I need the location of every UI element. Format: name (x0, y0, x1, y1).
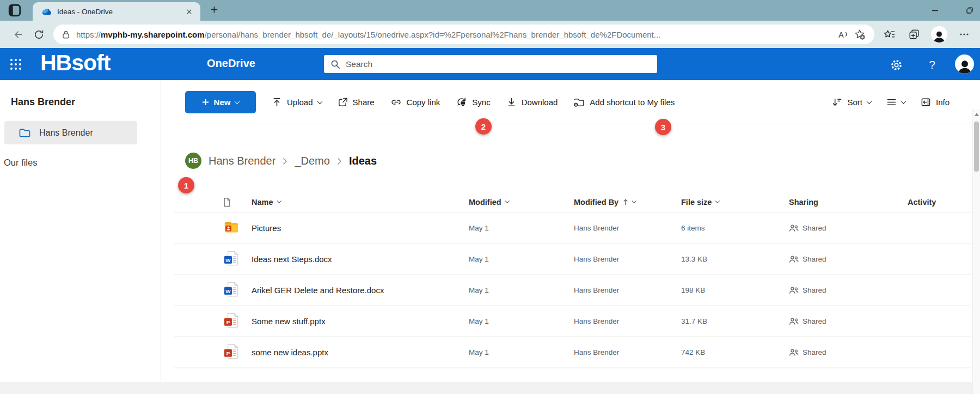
file-size: 6 items (681, 224, 789, 232)
new-button[interactable]: New (185, 91, 256, 113)
file-name[interactable]: Some new stuff.pptx (252, 317, 469, 326)
file-modified-by: Hans Brender (574, 255, 681, 263)
file-size: 13.3 KB (681, 255, 789, 263)
table-row[interactable]: Pictures May 1 Hans Brender 6 items Shar… (174, 213, 971, 244)
page-bottom-strip (0, 382, 972, 394)
upload-icon (272, 97, 282, 107)
scrollbar-thumb[interactable] (974, 122, 979, 172)
favorites-icon[interactable] (881, 26, 897, 43)
file-modified: May 1 (469, 224, 574, 232)
column-sharing[interactable]: Sharing (789, 198, 908, 207)
back-icon[interactable] (8, 24, 28, 45)
download-button[interactable]: Download (506, 97, 558, 107)
people-icon (789, 224, 799, 232)
annotation-badge-3: 3 (655, 119, 671, 135)
sort-icon (832, 97, 842, 107)
file-size: 198 KB (681, 286, 789, 294)
document-icon (223, 197, 231, 207)
file-size: 742 KB (681, 348, 789, 356)
people-icon (789, 348, 799, 356)
svg-text:P: P (226, 350, 230, 356)
sync-button[interactable]: Sync (456, 96, 490, 107)
file-name[interactable]: Arikel GER Delete and Restore.docx (252, 286, 469, 295)
info-button[interactable]: Info (921, 97, 950, 107)
add-shortcut-button[interactable]: Add shortcut to My files (573, 97, 675, 107)
column-file-size[interactable]: File size (681, 198, 789, 207)
minimize-icon[interactable] (928, 3, 942, 17)
file-name[interactable]: some new ideas.pptx (252, 348, 469, 357)
file-sharing[interactable]: Shared (789, 317, 908, 325)
tab-layout-icon[interactable] (7, 2, 23, 19)
powerpoint-file-icon: P (223, 343, 240, 362)
table-row[interactable]: P some new ideas.pptx May 1 Hans Brender… (174, 337, 971, 368)
chevron-down-icon (867, 99, 872, 104)
column-type[interactable] (223, 197, 252, 207)
sidebar-item-our-files[interactable]: Our files (4, 157, 161, 168)
chevron-down-icon (632, 198, 636, 203)
breadcrumb-avatar[interactable]: HB (185, 153, 201, 169)
browser-action-icons (881, 26, 972, 43)
view-options-button[interactable] (886, 98, 905, 107)
breadcrumb: HB Hans Brender _Demo Ideas (185, 152, 980, 169)
search-input[interactable] (346, 59, 651, 69)
help-icon[interactable]: ? (924, 57, 940, 72)
word-file-icon: W (223, 281, 240, 298)
column-name[interactable]: Name (252, 198, 469, 207)
info-pane-icon (921, 97, 931, 107)
file-sharing[interactable]: Shared (789, 286, 908, 294)
file-size: 31.7 KB (681, 317, 789, 325)
file-sharing[interactable]: Shared (789, 255, 908, 263)
browser-tab[interactable]: Ideas - OneDrive (33, 2, 200, 21)
annotation-badge-1: 1 (178, 177, 194, 193)
column-activity[interactable]: Activity (908, 198, 971, 207)
powerpoint-file-icon: P (223, 312, 240, 329)
sidebar-item-hans-brender[interactable]: Hans Brender (4, 121, 137, 144)
list-view-icon (886, 98, 897, 107)
annotation-badge-2: 2 (475, 118, 492, 135)
upload-button[interactable]: Upload (272, 97, 322, 107)
settings-gear-icon[interactable] (889, 57, 904, 72)
column-modified-by[interactable]: Modified By (574, 198, 681, 207)
sort-button[interactable]: Sort (832, 97, 871, 107)
file-sharing[interactable]: Shared (789, 348, 908, 356)
share-button[interactable]: Share (338, 97, 375, 107)
breadcrumb-item-demo[interactable]: _Demo (295, 155, 329, 167)
refresh-icon[interactable] (28, 24, 49, 45)
file-name[interactable]: Pictures (252, 223, 469, 233)
collections-icon[interactable] (906, 26, 922, 43)
chevron-right-icon (283, 157, 287, 165)
sidebar-owner-name: Hans Brender (11, 96, 161, 108)
plus-icon (202, 99, 209, 106)
search-box[interactable] (324, 55, 657, 73)
tenant-logo[interactable]: HBsoft (40, 50, 110, 76)
column-modified[interactable]: Modified (469, 198, 574, 207)
copy-link-button[interactable]: Copy link (390, 97, 440, 107)
window-controls (928, 0, 977, 21)
url-field[interactable]: https://mvphb-my.sharepoint.com/personal… (53, 25, 874, 44)
chevron-down-icon (901, 99, 906, 104)
file-modified: May 1 (469, 286, 574, 294)
table-header-row: Name Modified Modified By File size Shar… (174, 191, 971, 213)
table-row[interactable]: P Some new stuff.pptx May 1 Hans Brender… (174, 306, 971, 337)
tab-title: Ideas - OneDrive (57, 8, 183, 16)
breadcrumb-item-current: Ideas (349, 155, 377, 167)
folder-outline-icon (19, 128, 31, 138)
table-row[interactable]: W Ideas next Steps.docx May 1 Hans Brend… (174, 244, 971, 275)
read-aloud-icon[interactable]: A (835, 26, 852, 43)
browser-profile-avatar[interactable] (931, 26, 947, 43)
browser-menu-icon[interactable] (956, 26, 972, 43)
vertical-scrollbar[interactable] (972, 109, 980, 394)
app-launcher-icon[interactable] (8, 56, 24, 72)
shared-folder-icon (223, 219, 240, 235)
tab-close-icon[interactable] (183, 5, 195, 17)
scroll-up-icon[interactable] (975, 113, 979, 116)
file-sharing[interactable]: Shared (789, 224, 908, 232)
table-row[interactable]: W Arikel GER Delete and Restore.docx May… (174, 275, 971, 306)
new-tab-icon[interactable] (206, 1, 222, 17)
file-name[interactable]: Ideas next Steps.docx (252, 254, 469, 264)
app-name[interactable]: OneDrive (207, 57, 255, 70)
breadcrumb-item-root[interactable]: Hans Brender (209, 155, 275, 167)
restore-icon[interactable] (963, 3, 977, 17)
account-avatar[interactable] (955, 54, 974, 74)
add-favorite-icon[interactable] (852, 26, 868, 43)
